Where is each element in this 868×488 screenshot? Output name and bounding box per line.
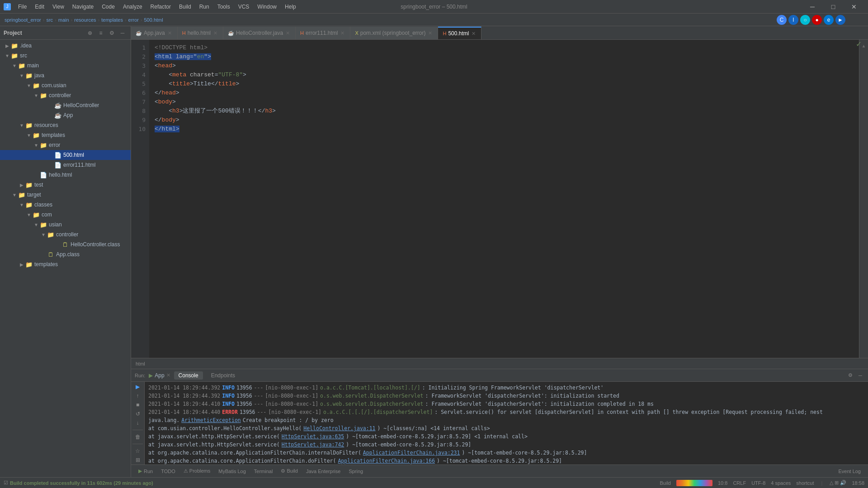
menu-navigate[interactable]: Navigate <box>69 3 97 11</box>
tree-item-templates2[interactable]: ▶ 📁 templates <box>0 259 131 269</box>
tab-close-error111[interactable]: ✕ <box>340 30 345 37</box>
maximize-button[interactable]: □ <box>823 0 844 14</box>
menu-run[interactable]: Run <box>196 3 213 11</box>
breadcrumb-file[interactable]: 500.html <box>144 17 163 23</box>
status-checkbox[interactable]: ☑ <box>4 480 8 486</box>
tree-item-target[interactable]: ▼ 📁 target <box>0 190 131 200</box>
status-indent[interactable]: 4 spaces <box>771 480 791 486</box>
breadcrumb-resources[interactable]: resources <box>74 17 96 23</box>
tree-item-comusian[interactable]: ▼ 📁 com.usian <box>0 80 131 90</box>
run-btn-down[interactable]: ↓ <box>133 420 142 426</box>
tab-close-pomxml[interactable]: ✕ <box>427 30 433 37</box>
browser6-icon[interactable]: ► <box>835 15 845 25</box>
code-editor[interactable]: 1 2 3 4 5 6 7 8 9 10 <!DOCTYPE html> <ht… <box>131 40 868 358</box>
run-app-indicator[interactable]: ▶ App ✕ <box>149 372 170 379</box>
browser3-icon[interactable]: ○ <box>800 15 810 25</box>
run-btn-up[interactable]: ↑ <box>133 393 142 399</box>
at-4-link[interactable]: ApplicationFilterChain.java:231 <box>363 449 460 457</box>
tree-item-java[interactable]: ▼ 📁 java <box>0 70 131 80</box>
at-2-link[interactable]: HttpServlet.java:635 <box>282 432 344 441</box>
at-1-link[interactable]: HelloController.java:11 <box>303 424 375 432</box>
tree-item-hcclass[interactable]: ▶ 🗒 HelloController.class <box>0 239 131 249</box>
tree-item-appclass[interactable]: ▶ 🗒 App.class <box>0 249 131 259</box>
tree-item-controller[interactable]: ▼ 📁 controller <box>0 90 131 100</box>
tab-pomxml[interactable]: X pom.xml (springboot_error) ✕ <box>350 27 438 39</box>
tab-close-hellohtml[interactable]: ✕ <box>212 30 218 37</box>
chrome-icon[interactable]: C <box>777 15 787 25</box>
tab-hellohtml[interactable]: H hello.html ✕ <box>178 27 223 39</box>
tab-error111[interactable]: H error111.html ✕ <box>296 27 350 39</box>
menu-help[interactable]: Help <box>281 3 300 11</box>
tree-item-error-folder[interactable]: ▼ 📁 error <box>0 140 131 150</box>
bottom-tab-spring[interactable]: Spring <box>345 468 367 475</box>
bottom-tab-run[interactable]: ▶ Run <box>135 467 156 475</box>
browser4-icon[interactable]: ● <box>812 15 822 25</box>
tree-item-usian[interactable]: ▼ 📁 usian <box>0 220 131 230</box>
bottom-tab-build[interactable]: ⚙ Build <box>277 467 302 475</box>
run-close-icon[interactable]: ✕ <box>166 372 170 378</box>
close-button[interactable]: ✕ <box>844 0 864 14</box>
menu-build[interactable]: Build <box>175 3 195 11</box>
minimize-button[interactable]: ─ <box>802 0 823 14</box>
menu-vcs[interactable]: VCS <box>235 3 253 11</box>
at-3-link[interactable]: HttpServlet.java:742 <box>282 441 344 449</box>
tab-close-appjava[interactable]: ✕ <box>167 30 173 37</box>
bottom-tab-todo[interactable]: TODO <box>157 468 179 475</box>
tree-item-idea[interactable]: ▶ 📁 .idea <box>0 41 131 51</box>
menu-window[interactable]: Window <box>254 3 280 11</box>
menu-view[interactable]: View <box>49 3 68 11</box>
run-btn-stop[interactable]: ■ <box>133 402 142 408</box>
at-5-link[interactable]: ApplicationFilterChain.java:166 <box>338 457 435 465</box>
tree-item-com[interactable]: ▼ 📁 com <box>0 210 131 220</box>
run-tab-endpoints[interactable]: Endpoints <box>207 371 240 380</box>
tree-item-classes[interactable]: ▼ 📁 classes <box>0 200 131 210</box>
browser5-icon[interactable]: e <box>824 15 834 25</box>
tree-item-hellocontroller[interactable]: ▶ ☕ HelloController <box>0 100 131 110</box>
tab-close-hcjava[interactable]: ✕ <box>285 30 291 37</box>
bottom-tab-eventlog[interactable]: Event Log <box>835 468 864 475</box>
status-encoding[interactable]: UTF-8 <box>751 480 765 486</box>
tree-item-error111[interactable]: ▶ 📄 error111.html <box>0 160 131 170</box>
run-btn-rerun[interactable]: ↺ <box>133 411 142 417</box>
run-console-content[interactable]: 2021-01-14 18:29:44.392 INFO 13956 --- [… <box>145 382 868 465</box>
sidebar-collapse-btn[interactable]: ≡ <box>96 28 105 38</box>
tree-item-controller2[interactable]: ▼ 📁 controller <box>0 230 131 239</box>
tree-item-templates[interactable]: ▼ 📁 templates <box>0 130 131 140</box>
breadcrumb-error[interactable]: error <box>128 17 139 23</box>
tab-close-500[interactable]: ✕ <box>471 30 476 37</box>
tree-item-test[interactable]: ▶ 📁 test <box>0 180 131 190</box>
menu-edit[interactable]: Edit <box>31 3 48 11</box>
tree-item-500html[interactable]: ▶ 📄 500.html <box>0 150 131 160</box>
sidebar-minimize-btn[interactable]: ─ <box>118 28 127 38</box>
tab-500html[interactable]: H 500.html ✕ <box>438 27 481 39</box>
status-shortcut[interactable]: shortcut <box>796 480 814 486</box>
status-line-col[interactable]: 10:8 <box>718 480 727 486</box>
tree-item-hello-html[interactable]: ▶ 📄 hello.html <box>0 170 131 180</box>
run-tab-console[interactable]: Console <box>174 371 203 380</box>
menu-code[interactable]: Code <box>98 3 118 11</box>
breadcrumb-project[interactable]: springboot_error <box>5 17 41 23</box>
breadcrumb-templates[interactable]: templates <box>101 17 123 23</box>
status-line-ending[interactable]: CRLF <box>733 480 746 486</box>
exc-class-link[interactable]: ArithmeticException <box>181 416 241 424</box>
tree-item-src[interactable]: ▼ 📁 src <box>0 51 131 61</box>
run-minimize-icon[interactable]: ─ <box>856 371 864 380</box>
bottom-tab-mybatis[interactable]: MyBatis Log <box>215 468 250 475</box>
run-btn-grid[interactable]: ⊞ <box>133 457 142 463</box>
tree-item-resources[interactable]: ▼ 📁 resources <box>0 120 131 130</box>
breadcrumb-src[interactable]: src <box>46 17 53 23</box>
run-settings-icon[interactable]: ⚙ <box>846 371 854 380</box>
run-btn-star[interactable]: ☆ <box>133 448 142 454</box>
bottom-tab-terminal[interactable]: Terminal <box>250 468 277 475</box>
code-text[interactable]: <!DOCTYPE html> <html lang="en"> <head> … <box>149 40 859 358</box>
menu-tools[interactable]: Tools <box>214 3 234 11</box>
breadcrumb-main[interactable]: main <box>58 17 69 23</box>
tree-item-app[interactable]: ▶ ☕ App <box>0 110 131 120</box>
tree-item-main[interactable]: ▼ 📁 main <box>0 61 131 70</box>
menu-refactor[interactable]: Refactor <box>147 3 175 11</box>
sidebar-locate-btn[interactable]: ⊕ <box>85 28 94 38</box>
tab-hcjava[interactable]: ☕ HelloController.java ✕ <box>223 27 296 39</box>
browser2-icon[interactable]: I <box>788 15 798 25</box>
tab-appjava[interactable]: ☕ App.java ✕ <box>131 27 178 39</box>
sidebar-settings-btn[interactable]: ⚙ <box>107 28 116 38</box>
